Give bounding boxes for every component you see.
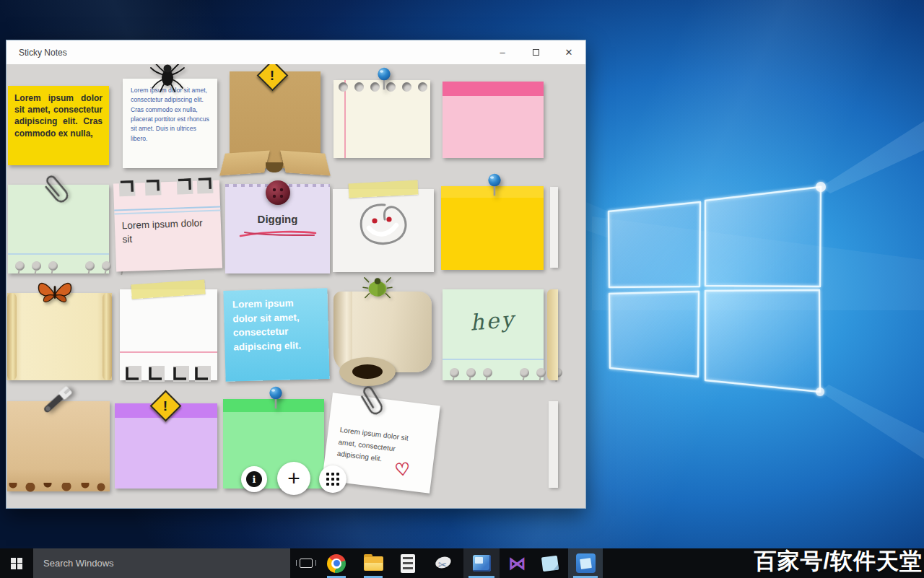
pushpin-icon [266,386,285,411]
task-view-button[interactable] [290,548,322,578]
calculator-icon [401,554,415,573]
note-white-smiley[interactable] [333,189,434,272]
torn-ring-holes [450,368,562,377]
paperclip-icon [38,168,76,207]
kraft-notch [266,162,283,172]
ruled-line [120,351,217,353]
tape-icon [131,279,205,299]
windows-start-icon [11,558,22,569]
paper-roll-core [339,357,396,386]
button-icon [265,180,291,206]
taskbar-chrome[interactable] [322,548,351,578]
note-yellow-lorem[interactable]: Lorem ipsum dolor sit amet, consectetur … [8,86,109,165]
note-purple-warning[interactable]: ! [115,403,217,489]
note-text: Lorem ipsum dolor sit [114,211,221,247]
taskbar-file-explorer[interactable] [359,548,388,578]
grid-icon [326,473,339,486]
note-lavender-digging[interactable]: Digging [225,184,330,273]
taskbar-paint-3d[interactable] [463,548,500,578]
bug-icon [362,276,393,300]
note-blue-lorem[interactable]: Lorem ipsum dolor sit amet, consectetur … [223,288,329,382]
note-burnt-paper[interactable] [7,401,110,491]
torn-binder-tabs [116,178,217,201]
pushpin-icon [485,173,504,198]
note-text: Lorem ipsum dolor sit amet, consectetur … [336,424,425,470]
torn-ring-holes [15,261,128,271]
info-icon: i [246,471,262,487]
chrome-icon [327,554,346,573]
scribble-underline [237,228,318,240]
warning-sign-icon: ! [257,64,289,91]
pushpin-icon [375,67,393,92]
notes-board: Lorem ipsum dolor sit amet, consectetur … [6,64,585,508]
sticky-note-icon [541,555,559,572]
minimize-button[interactable]: – [486,40,519,64]
paint-3d-icon [473,555,491,572]
key-icon [38,381,78,419]
taskbar-sticky-notes-active[interactable] [568,548,603,578]
search-placeholder: Search Windows [33,558,114,569]
file-explorer-icon [364,556,383,571]
margin-line [344,80,346,158]
note-header-strip [443,82,544,96]
window-title: Sticky Notes [6,48,486,58]
smiley-doodle [353,199,414,250]
maximize-icon [533,49,539,56]
note-green-paperclip[interactable] [8,185,109,273]
partial-note [547,289,558,380]
torn-binder-tabs [124,364,215,383]
note-parchment-scroll[interactable] [7,293,112,380]
taskbar-snipping-tool[interactable]: ✂ [429,548,458,578]
close-button[interactable]: ✕ [552,40,585,64]
taskbar-sticky-note[interactable] [536,548,565,578]
sticky-notes-window: Sticky Notes – ✕ Lorem ipsum dolor sit a… [6,40,586,509]
tape-icon [349,180,419,198]
ruled-line [8,253,109,255]
note-yellow-pin[interactable] [441,186,544,270]
taskbar-calculator[interactable] [393,548,422,578]
info-button[interactable]: i [241,466,267,492]
minimize-icon: – [500,47,505,58]
titlebar[interactable]: Sticky Notes – ✕ [6,40,585,64]
partial-note [550,187,558,268]
sticky-notes-app-icon [576,553,596,573]
task-view-icon [300,559,313,568]
desktop: Sticky Notes – ✕ Lorem ipsum dolor sit a… [0,0,924,578]
spider-icon [150,64,185,92]
heart-doodle: ♡ [394,459,411,481]
snipping-tool-icon: ✂ [434,554,453,573]
note-pink-header[interactable] [443,82,544,158]
kraft-flap [219,151,269,176]
note-paper-roll[interactable] [329,286,439,382]
partial-note [549,401,558,488]
ruled-line [443,359,544,360]
note-cream-spiral[interactable] [334,80,430,158]
kraft-flap [280,151,330,176]
taskbar-visual-studio[interactable]: ⋈ [502,548,531,578]
taskbar-search[interactable]: Search Windows [33,548,290,578]
note-pink-lorem[interactable]: Lorem ipsum dolor sit [113,180,222,271]
note-white-taped[interactable] [120,289,217,380]
start-button[interactable] [0,548,33,578]
note-text: Digging [225,213,330,225]
grid-view-button[interactable] [319,465,346,493]
hey-doodle: hey [469,306,517,335]
close-icon: ✕ [565,47,573,58]
butterfly-icon [35,279,75,308]
watermark: 百家号/软件天堂 [754,546,923,577]
note-text: Lorem ipsum dolor sit amet, consectetur … [131,87,209,142]
maximize-button[interactable] [519,40,552,64]
note-green-hey[interactable]: hey [443,289,544,380]
ruled-line [114,206,220,211]
note-white-spider[interactable]: Lorem ipsum dolor sit amet, consectetur … [123,79,217,168]
add-note-button[interactable]: + [277,462,310,495]
note-kraft-box[interactable]: ! [230,71,321,168]
